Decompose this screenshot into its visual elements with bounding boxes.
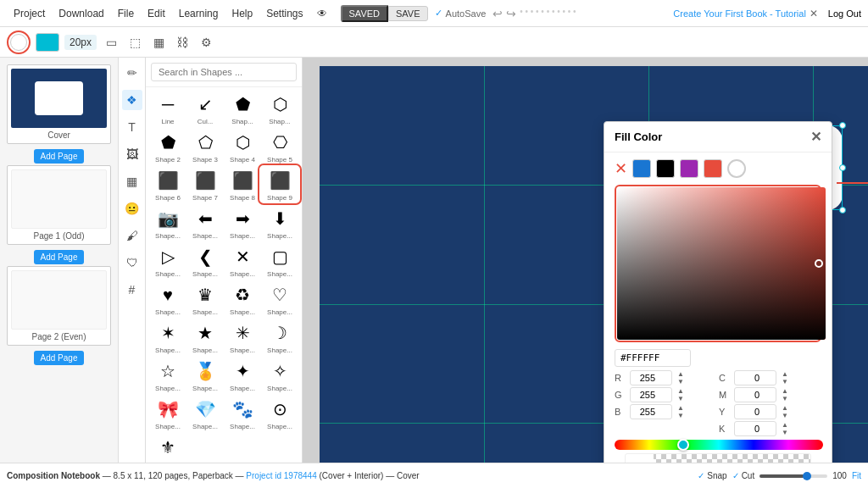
color-gradient[interactable]: [617, 187, 826, 340]
c-stepper[interactable]: ▲▼: [782, 370, 788, 385]
zoom-slider[interactable]: [760, 474, 827, 478]
list-item[interactable]: ☆Shape...: [149, 358, 186, 392]
menu-item-project[interactable]: Project: [7, 8, 52, 19]
m-stepper[interactable]: ▲▼: [782, 387, 788, 402]
logout-button[interactable]: Log Out: [828, 8, 861, 19]
list-item[interactable]: 🐾Shape...: [224, 396, 261, 430]
list-item[interactable]: ⬠Shape 3: [186, 129, 224, 164]
stroke-width-label[interactable]: 20px: [64, 35, 97, 50]
list-item[interactable]: ✧Shape...: [261, 358, 298, 392]
g-input[interactable]: [630, 387, 672, 402]
preset-empty[interactable]: [727, 159, 746, 178]
r-input[interactable]: [630, 370, 672, 385]
list-item[interactable]: ⊙Shape...: [261, 396, 298, 430]
link-icon[interactable]: ⛓: [173, 33, 192, 52]
list-item[interactable]: ⬛Shape 8: [224, 167, 261, 202]
list-item[interactable]: ✦Shape...: [224, 358, 261, 392]
k-input[interactable]: [734, 421, 776, 436]
edit-icon[interactable]: ✏: [122, 63, 142, 83]
handle-tr[interactable]: [839, 122, 846, 129]
list-item[interactable]: ⬟Shap...: [224, 91, 261, 125]
save-button[interactable]: SAVE: [388, 6, 428, 21]
dialog-close-button[interactable]: ✕: [810, 129, 821, 145]
list-item[interactable]: ✶Shape...: [149, 319, 186, 354]
c-input[interactable]: [734, 370, 776, 385]
list-item[interactable]: ♥Shape...: [149, 281, 186, 316]
tutorial-link[interactable]: Create Your First Book - Tutorial: [673, 8, 806, 19]
preset-black[interactable]: [656, 159, 675, 178]
list-item[interactable]: ⬡Shap...: [261, 91, 298, 125]
list-item[interactable]: 💎Shape...: [186, 396, 224, 430]
handle-mr[interactable]: [839, 164, 846, 171]
list-item[interactable]: ♡Shape...: [261, 281, 298, 316]
list-item[interactable]: ⎔Shape 5: [261, 129, 298, 164]
preset-purple[interactable]: [680, 159, 698, 178]
list-item[interactable]: ⬛Shape 9: [261, 167, 298, 202]
border-style-icon[interactable]: ▭: [102, 33, 120, 52]
canvas-area[interactable]: Fill Color ✕ ✕: [303, 58, 868, 463]
layers-icon[interactable]: ▦: [122, 171, 142, 191]
shapes-icon[interactable]: ❖: [122, 90, 142, 110]
m-input[interactable]: [734, 387, 776, 402]
project-link[interactable]: Project id 1978444: [246, 471, 316, 480]
add-page-button-1[interactable]: Add Page: [34, 250, 85, 264]
close-tutorial-icon[interactable]: ✕: [810, 8, 818, 19]
hex-input[interactable]: [615, 349, 691, 367]
list-item[interactable]: ✳Shape...: [224, 319, 261, 354]
k-stepper[interactable]: ▲▼: [782, 421, 788, 436]
menu-item-help[interactable]: Help: [225, 8, 259, 19]
menu-item-settings[interactable]: Settings: [259, 8, 309, 19]
list-item[interactable]: ↙Cul...: [186, 91, 224, 125]
saved-button[interactable]: SAVED: [341, 5, 388, 22]
list-item[interactable]: ⬛Shape 6: [149, 167, 186, 202]
autosave-toggle[interactable]: ✓ AutoSave: [435, 8, 487, 19]
list-item[interactable]: ★Shape...: [186, 319, 224, 354]
b-stepper[interactable]: ▲▼: [677, 404, 684, 419]
page-thumb-2[interactable]: Page 2 (Even): [7, 266, 111, 346]
list-item[interactable]: ❮Shape...: [186, 243, 224, 278]
gear-icon[interactable]: ⚙: [197, 33, 215, 52]
fit-button[interactable]: Fit: [852, 471, 861, 480]
list-item[interactable]: ✕Shape...: [224, 243, 261, 278]
hue-slider[interactable]: [615, 440, 823, 450]
b-input[interactable]: [630, 404, 672, 419]
image-icon[interactable]: 🖼: [122, 144, 142, 164]
list-item[interactable]: ⬡Shape 4: [224, 129, 261, 164]
list-item[interactable]: ─Line: [149, 91, 186, 125]
hue-thumb[interactable]: [677, 439, 689, 451]
menu-item-learning[interactable]: Learning: [172, 8, 225, 19]
list-item[interactable]: ♛Shape...: [186, 281, 224, 316]
page-thumb-cover[interactable]: Cover: [7, 64, 111, 144]
preset-red[interactable]: [704, 159, 722, 178]
text-icon[interactable]: T: [122, 117, 142, 137]
shield-icon[interactable]: 🛡: [122, 252, 142, 273]
grid-icon[interactable]: #: [122, 280, 142, 300]
list-item[interactable]: ⚜Shape...: [149, 434, 186, 463]
list-item[interactable]: ⬇Shape...: [261, 205, 298, 240]
list-item[interactable]: ⬛Shape 7: [186, 167, 224, 202]
brush-icon[interactable]: 🖌: [122, 225, 142, 246]
menu-item-edit[interactable]: Edit: [141, 8, 172, 19]
list-item[interactable]: ⬅Shape...: [186, 205, 224, 240]
menu-item-download[interactable]: Download: [52, 8, 110, 19]
add-page-button-2[interactable]: Add Page: [34, 351, 85, 365]
menu-item-file[interactable]: File: [111, 8, 141, 19]
list-item[interactable]: ▷Shape...: [149, 243, 186, 278]
add-page-button-cover[interactable]: Add Page: [34, 149, 85, 164]
page-thumb-1[interactable]: Page 1 (Odd): [7, 165, 111, 245]
list-item[interactable]: 🎀Shape...: [149, 396, 186, 430]
cut-toggle[interactable]: ✓ Cut: [732, 471, 755, 480]
undo-button[interactable]: ↩: [492, 7, 503, 20]
r-stepper[interactable]: ▲▼: [677, 370, 684, 385]
g-stepper[interactable]: ▲▼: [677, 387, 684, 402]
list-item[interactable]: 📷Shape...: [149, 205, 186, 240]
y-input[interactable]: [734, 404, 776, 419]
checkerboard-icon[interactable]: ▦: [149, 33, 168, 52]
shapes-search-input[interactable]: [151, 63, 297, 81]
zoom-thumb[interactable]: [803, 472, 811, 480]
list-item[interactable]: ▢Shape...: [261, 243, 298, 278]
handle-br[interactable]: [839, 207, 846, 214]
eye-icon[interactable]: 👁: [310, 8, 334, 19]
opacity-icon[interactable]: ⬚: [125, 33, 144, 52]
list-item[interactable]: ☽Shape...: [261, 319, 298, 354]
